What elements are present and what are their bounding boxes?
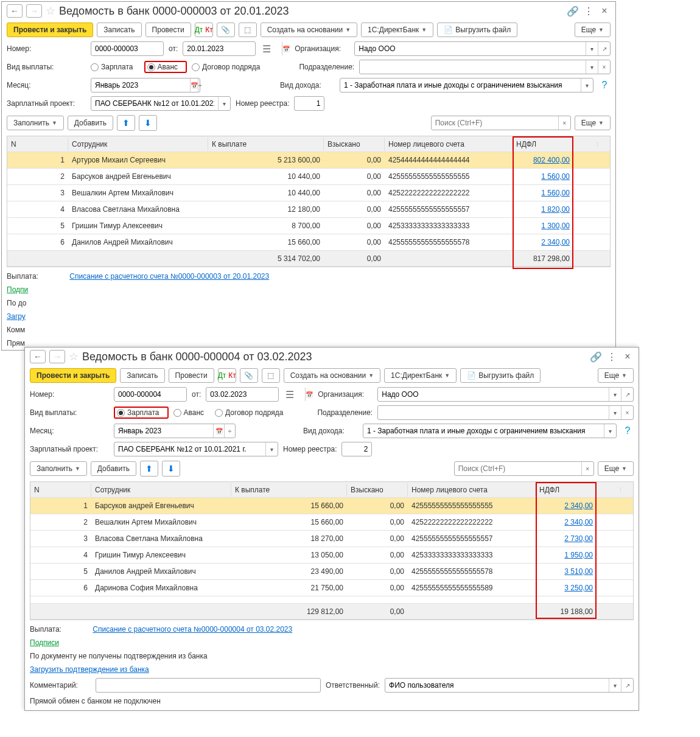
fill-button[interactable]: Заполнить ▼ (7, 116, 64, 130)
radio-advance[interactable]: Аванс (147, 63, 178, 71)
division-input[interactable] (378, 407, 609, 418)
open-icon[interactable]: ↗ (598, 42, 610, 55)
project-input[interactable] (114, 444, 265, 455)
division-input[interactable] (360, 61, 586, 72)
kebab-icon[interactable]: ⋮ (606, 351, 618, 363)
dropdown-icon[interactable]: ▾ (265, 442, 278, 456)
cell-ndfl[interactable]: 2 340,00 (536, 515, 597, 529)
col-ndfl[interactable]: НДФЛ (513, 138, 573, 151)
col-account[interactable]: Номер лицевого счета (408, 483, 536, 497)
help-icon[interactable]: ? (598, 79, 611, 91)
table-row[interactable]: 4Гришин Тимур Алексеевич13 050,000,00425… (30, 547, 633, 564)
cell-ndfl[interactable]: 1 300,00 (513, 219, 573, 232)
cell-ndfl[interactable]: 3 510,00 (536, 565, 597, 578)
table-row[interactable]: 6Данилов Андрей Михайлович15 660,000,004… (7, 234, 610, 251)
payout-link[interactable]: Списание с расчетного счета №0000-000004… (93, 625, 292, 634)
org-input[interactable] (378, 389, 609, 400)
radio-advance[interactable]: Аванс (173, 408, 205, 417)
move-down-button[interactable]: ⬇ (162, 461, 180, 477)
sign-link[interactable]: Подписи (30, 638, 59, 647)
write-button[interactable]: Записать (120, 368, 164, 383)
col-n[interactable]: N (30, 483, 91, 497)
col-collected[interactable]: Взыскано (347, 483, 408, 497)
dropdown-icon[interactable]: ▾ (609, 388, 621, 401)
link-icon[interactable]: 🔗 (567, 5, 579, 17)
add-button[interactable]: Добавить (68, 116, 113, 130)
month-input[interactable] (114, 425, 213, 436)
attach-button[interactable]: 📎 (240, 368, 258, 383)
table-row[interactable]: 1Артуров Михаил Сергеевич5 213 600,000,0… (7, 152, 610, 169)
cell-ndfl[interactable]: 1 820,00 (513, 203, 573, 216)
month-input[interactable] (91, 80, 190, 91)
forward-button[interactable]: → (26, 4, 42, 18)
favorite-icon[interactable]: ☆ (46, 4, 55, 18)
post-close-button[interactable]: Провести и закрыть (30, 368, 116, 383)
info-icon[interactable]: ☰ (261, 43, 273, 55)
close-icon[interactable]: × (621, 351, 634, 363)
post-button[interactable]: Провести (145, 23, 191, 37)
cell-ndfl[interactable]: 802 400,00 (513, 153, 573, 167)
income-input[interactable] (340, 80, 581, 91)
post-button[interactable]: Провести (169, 368, 214, 383)
table-row[interactable]: 1Барсуков андрей Евгеньевич15 660,000,00… (30, 498, 633, 514)
registry-input[interactable] (342, 444, 371, 455)
attach-button[interactable]: 📎 (217, 23, 235, 37)
col-pay[interactable]: К выплате (208, 138, 324, 151)
load-link[interactable]: Загру (7, 312, 26, 321)
directbank-button[interactable]: 1С:ДиректБанк ▼ (361, 23, 433, 37)
more-button[interactable]: Еще ▼ (575, 23, 611, 37)
open-icon[interactable]: ↗ (621, 679, 633, 692)
cell-ndfl[interactable]: 1 560,00 (513, 170, 573, 183)
radio-contract[interactable]: Договор подряда (192, 63, 260, 71)
close-icon[interactable]: × (598, 5, 611, 17)
fill-button[interactable]: Заполнить ▼ (30, 461, 87, 476)
table-row[interactable]: 5Гришин Тимур Алексеевич8 700,000,004253… (7, 218, 610, 234)
table-row[interactable]: 2Вешалкин Артем Михайлович15 660,000,004… (30, 514, 633, 531)
back-button[interactable]: ← (30, 350, 46, 363)
search-input[interactable] (455, 463, 581, 474)
open-icon[interactable]: ↗ (621, 388, 633, 401)
write-button[interactable]: Записать (97, 23, 141, 37)
favorite-icon[interactable]: ☆ (69, 350, 79, 363)
stepper-icon[interactable]: ÷ (198, 79, 202, 92)
table-row[interactable]: 3Вешалкин Артем Михайлович10 440,000,004… (7, 185, 610, 201)
directbank-button[interactable]: 1С:ДиректБанк ▼ (384, 368, 457, 383)
project-input[interactable] (91, 98, 218, 109)
related-button[interactable]: ⬚ (262, 368, 280, 383)
calendar-icon[interactable]: 📅 (213, 424, 224, 438)
create-base-button[interactable]: Создать на основании ▼ (284, 368, 380, 383)
col-n[interactable]: N (7, 138, 68, 151)
stepper-icon[interactable]: ÷ (224, 424, 235, 438)
link-icon[interactable]: 🔗 (590, 351, 602, 363)
create-base-button[interactable]: Создать на основании ▼ (261, 23, 357, 37)
cell-ndfl[interactable]: 2 340,00 (513, 236, 573, 249)
col-account[interactable]: Номер лицевого счета (385, 138, 513, 151)
clear-icon[interactable]: × (581, 462, 593, 475)
cell-ndfl[interactable]: 2 730,00 (536, 532, 597, 545)
back-button[interactable]: ← (7, 4, 23, 18)
calendar-icon[interactable]: 📅 (282, 42, 290, 55)
dropdown-icon[interactable]: ▾ (218, 97, 230, 110)
registry-input[interactable] (295, 98, 324, 109)
table-row[interactable]: 6Даринова София Михайловна21 750,000,004… (30, 580, 633, 596)
col-emp[interactable]: Сотрудник (91, 483, 231, 497)
cell-ndfl[interactable]: 2 340,00 (536, 499, 597, 512)
move-up-button[interactable]: ⬆ (117, 115, 135, 131)
more-table-button[interactable]: Еще ▼ (598, 461, 634, 476)
col-pay[interactable]: К выплате (231, 483, 347, 497)
payout-link[interactable]: Списание с расчетного счета №0000-000003… (69, 272, 269, 281)
radio-contract[interactable]: Договор подряда (215, 408, 283, 417)
help-icon[interactable]: ? (621, 425, 634, 437)
col-collected[interactable]: Взыскано (324, 138, 385, 151)
dropdown-icon[interactable]: ▾ (581, 79, 593, 92)
table-row[interactable]: 2Барсуков андрей Евгеньевич10 440,000,00… (7, 169, 610, 185)
dtkt-button[interactable]: ДтКт (218, 368, 236, 383)
move-up-button[interactable]: ⬆ (140, 461, 158, 477)
dropdown-icon[interactable]: ▾ (586, 60, 598, 74)
more-button[interactable]: Еще ▼ (598, 368, 634, 383)
responsible-input[interactable] (385, 680, 609, 691)
cell-ndfl[interactable]: 1 560,00 (513, 186, 573, 200)
sign-link[interactable]: Подпи (7, 285, 28, 294)
radio-salary[interactable]: Зарплата (91, 63, 133, 71)
move-down-button[interactable]: ⬇ (139, 115, 157, 131)
